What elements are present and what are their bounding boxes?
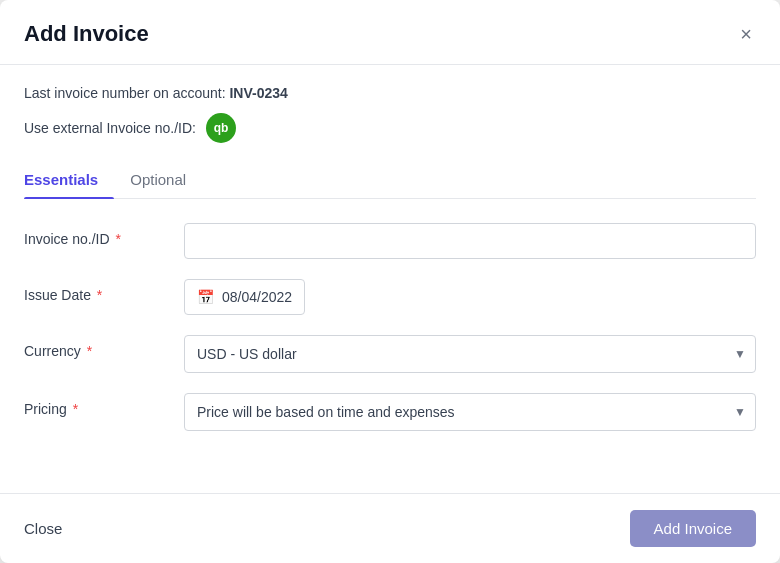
currency-group: Currency * USD - US dollar EUR - Euro GB… bbox=[24, 335, 756, 373]
invoice-id-group: Invoice no./ID * bbox=[24, 223, 756, 259]
last-invoice-info: Last invoice number on account: INV-0234 bbox=[24, 85, 756, 101]
close-icon[interactable]: × bbox=[736, 20, 756, 48]
calendar-icon: 📅 bbox=[197, 289, 214, 305]
external-invoice-row: Use external Invoice no./ID: qb bbox=[24, 113, 756, 143]
add-invoice-modal: Add Invoice × Last invoice number on acc… bbox=[0, 0, 780, 563]
invoice-id-label: Invoice no./ID * bbox=[24, 223, 184, 247]
last-invoice-label: Last invoice number on account: bbox=[24, 85, 226, 101]
add-invoice-button[interactable]: Add Invoice bbox=[630, 510, 756, 547]
modal-header: Add Invoice × bbox=[0, 0, 780, 65]
tab-bar: Essentials Optional bbox=[24, 163, 756, 199]
quickbooks-icon[interactable]: qb bbox=[206, 113, 236, 143]
currency-select-wrapper: USD - US dollar EUR - Euro GBP - British… bbox=[184, 335, 756, 373]
close-button[interactable]: Close bbox=[24, 514, 62, 543]
issue-date-value: 08/04/2022 bbox=[222, 289, 292, 305]
issue-date-group: Issue Date * 📅 08/04/2022 bbox=[24, 279, 756, 315]
modal-body: Last invoice number on account: INV-0234… bbox=[0, 65, 780, 493]
issue-date-required: * bbox=[97, 287, 102, 303]
pricing-group: Pricing * Price will be based on time an… bbox=[24, 393, 756, 431]
tab-optional[interactable]: Optional bbox=[130, 163, 202, 198]
invoice-id-required: * bbox=[116, 231, 121, 247]
currency-label: Currency * bbox=[24, 335, 184, 359]
pricing-control: Price will be based on time and expenses… bbox=[184, 393, 756, 431]
modal-footer: Close Add Invoice bbox=[0, 493, 780, 563]
pricing-required: * bbox=[73, 401, 78, 417]
invoice-id-input[interactable] bbox=[184, 223, 756, 259]
pricing-select-wrapper: Price will be based on time and expenses… bbox=[184, 393, 756, 431]
invoice-id-control bbox=[184, 223, 756, 259]
tab-essentials[interactable]: Essentials bbox=[24, 163, 114, 198]
currency-control: USD - US dollar EUR - Euro GBP - British… bbox=[184, 335, 756, 373]
issue-date-label: Issue Date * bbox=[24, 279, 184, 303]
pricing-select[interactable]: Price will be based on time and expenses… bbox=[184, 393, 756, 431]
currency-select[interactable]: USD - US dollar EUR - Euro GBP - British… bbox=[184, 335, 756, 373]
modal-title: Add Invoice bbox=[24, 21, 149, 47]
external-invoice-label: Use external Invoice no./ID: bbox=[24, 120, 196, 136]
currency-required: * bbox=[87, 343, 92, 359]
issue-date-picker[interactable]: 📅 08/04/2022 bbox=[184, 279, 305, 315]
issue-date-control: 📅 08/04/2022 bbox=[184, 279, 756, 315]
pricing-label: Pricing * bbox=[24, 393, 184, 417]
last-invoice-value: INV-0234 bbox=[229, 85, 287, 101]
